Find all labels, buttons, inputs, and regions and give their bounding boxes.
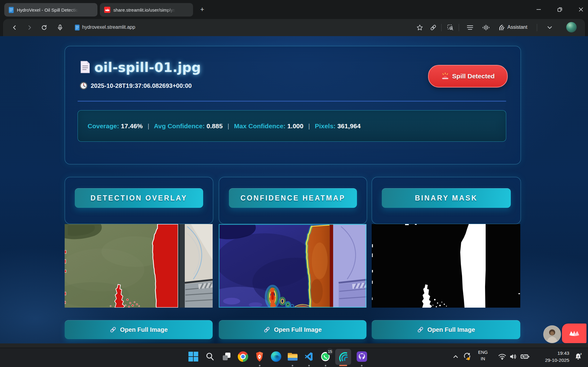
address-bar[interactable]: hydrovexel.streamlit.app — [82, 24, 135, 30]
panel-card-heatmap: CONFIDENCE HEATMAP — [219, 177, 367, 224]
running-indicator — [292, 365, 293, 366]
status-label: Spill Detected — [452, 73, 495, 80]
back-button[interactable] — [10, 23, 19, 32]
leo-assistant-icon — [498, 23, 506, 32]
site-favicon-icon — [73, 23, 82, 32]
tray-time: 19:43 — [533, 350, 569, 357]
open-full-image-button-overlay[interactable]: Open Full Image — [65, 320, 213, 339]
reload-button[interactable] — [40, 23, 48, 32]
toolbar-divider — [537, 24, 537, 31]
battery-icon[interactable] — [519, 351, 531, 362]
wifi-icon[interactable] — [496, 351, 508, 362]
panel-card-overlay: DETECTION OVERLAY — [65, 177, 213, 224]
streamlit-crown-icon — [569, 330, 580, 337]
binary-mask-image — [372, 224, 520, 308]
brave-icon[interactable] — [254, 351, 265, 362]
streamlit-favicon-icon — [104, 7, 110, 13]
open-full-image-button-mask[interactable]: Open Full Image — [372, 320, 520, 339]
sync-update-icon[interactable] — [461, 351, 473, 362]
speech-waveform-icon[interactable] — [482, 23, 490, 32]
whatsapp-icon[interactable]: 15 — [320, 351, 332, 362]
close-button[interactable] — [575, 4, 586, 15]
screenshot-search-icon[interactable] — [446, 23, 455, 32]
microphone-icon[interactable] — [56, 23, 64, 32]
notification-bell-icon[interactable]: z z — [572, 351, 584, 362]
link-icon — [417, 326, 424, 333]
panel-card-mask: BINARY MASK — [372, 177, 521, 224]
assistant-button[interactable]: Assistant — [507, 24, 527, 30]
document-favicon-icon — [9, 7, 14, 13]
link-icon — [110, 326, 116, 333]
reading-list-icon[interactable] — [466, 23, 474, 32]
page-title: oil-spill-01.jpg — [94, 60, 201, 75]
stats-line: Coverage: 17.46% | Avg Confidence: 0.885… — [88, 122, 361, 130]
assistant-label: Assistant — [507, 24, 527, 30]
running-indicator — [308, 365, 310, 366]
timestamp: 2025-10-28T19:37:06.082693+00:00 — [91, 82, 192, 89]
tab-title: share.streamlit.io/user/simplys — [113, 7, 175, 13]
tray-date: 29-10-2025 — [533, 357, 569, 364]
running-indicator — [361, 365, 362, 366]
toolbar-divider — [441, 24, 442, 31]
chrome-icon[interactable] — [237, 351, 249, 362]
file-explorer-icon[interactable] — [287, 351, 298, 362]
vscode-icon[interactable] — [303, 351, 315, 362]
svg-text:z: z — [577, 355, 579, 358]
hydrovexel-app-icon[interactable] — [335, 349, 351, 365]
screen: HydroVexel - Oil Spill Detectio share.st… — [0, 0, 588, 367]
new-tab-button[interactable]: + — [199, 6, 206, 13]
toolbar-divider — [459, 24, 459, 31]
tab-streamlit-share[interactable]: share.streamlit.io/user/simplys — [100, 3, 193, 17]
chevron-down-icon[interactable] — [545, 23, 554, 32]
siren-icon — [441, 73, 449, 80]
clock-icon — [80, 82, 88, 91]
svg-text:z: z — [580, 353, 582, 355]
search-button[interactable] — [204, 351, 216, 362]
panel-header: DETECTION OVERLAY — [75, 188, 203, 208]
tab-hydrovexel[interactable]: HydroVexel - Oil Spill Detectio — [4, 3, 97, 17]
user-avatar[interactable] — [543, 325, 561, 343]
running-indicator — [259, 365, 260, 366]
panel-header: BINARY MASK — [382, 188, 511, 208]
confidence-heatmap-image — [219, 224, 366, 308]
task-view-button[interactable] — [221, 351, 232, 362]
running-indicator — [325, 365, 326, 366]
minimize-button[interactable] — [533, 4, 544, 15]
edge-icon[interactable] — [270, 351, 282, 362]
link-icon — [264, 326, 270, 333]
forward-button[interactable] — [25, 23, 34, 32]
window-bottom-edge — [0, 343, 588, 348]
status-badge: Spill Detected — [428, 65, 508, 88]
bookmark-star-icon[interactable] — [415, 23, 424, 32]
volume-icon[interactable] — [507, 351, 519, 362]
browser-tab-strip: HydroVexel - Oil Spill Detectio share.st… — [0, 0, 588, 19]
clock[interactable]: 19:43 29-10-2025 — [533, 350, 569, 364]
copy-link-icon[interactable] — [429, 23, 438, 32]
streamlit-badge[interactable] — [562, 324, 586, 343]
language-indicator[interactable]: ENG IN — [474, 349, 491, 362]
open-full-image-button-heatmap[interactable]: Open Full Image — [219, 320, 366, 339]
tab-title: HydroVexel - Oil Spill Detectio — [17, 7, 78, 13]
restore-button[interactable] — [554, 4, 565, 15]
panel-header: CONFIDENCE HEATMAP — [229, 188, 357, 208]
active-app-indicator — [339, 365, 347, 366]
github-icon[interactable] — [356, 351, 368, 362]
start-button[interactable] — [188, 351, 199, 362]
tray-chevron-up-icon[interactable] — [450, 351, 461, 362]
whatsapp-badge: 15 — [327, 348, 333, 355]
file-icon — [80, 61, 90, 75]
profile-avatar[interactable] — [566, 22, 577, 32]
stats-bar: Coverage: 17.46% | Avg Confidence: 0.885… — [78, 110, 506, 142]
detection-overlay-image — [65, 224, 213, 308]
section-divider — [78, 101, 506, 102]
